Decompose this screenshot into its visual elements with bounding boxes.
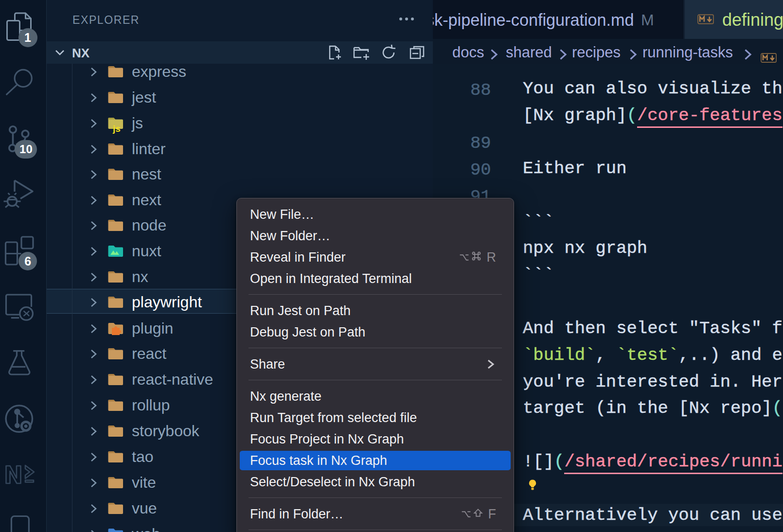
svg-text:js: js — [112, 124, 121, 134]
